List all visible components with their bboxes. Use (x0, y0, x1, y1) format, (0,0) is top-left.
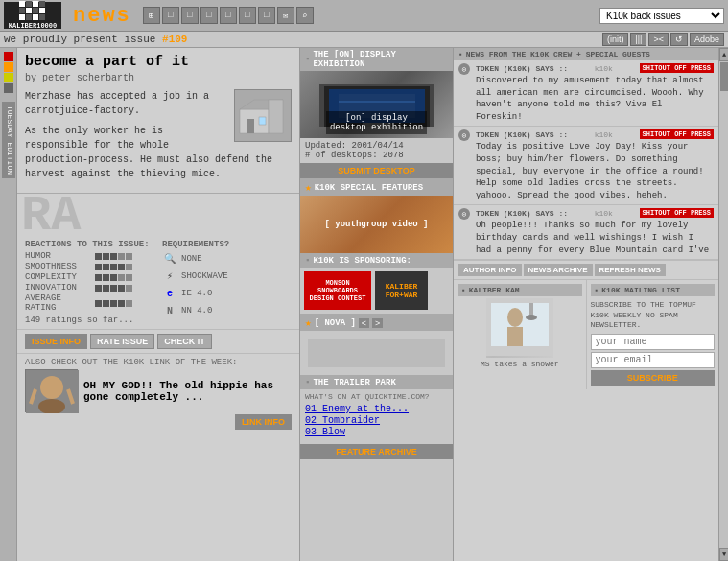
nav-search-icon[interactable]: ⌕ (296, 7, 314, 24)
nav-|||[interactable]: ||| (630, 33, 646, 46)
sponsor-section: ▪ K10K IS SPONSORING: MONSON SNOWBOARDS … (300, 254, 453, 315)
author-info-button[interactable]: AUTHOR INFO (458, 264, 522, 276)
crew-section: ▪ NEWS FROM THE K10K CREW + SPECIAL GUES… (454, 48, 718, 261)
trailer-item-2[interactable]: 02 Tombraider (305, 415, 448, 426)
bg-text: RA (21, 196, 81, 234)
main-content: TUESDAY EDITION become a part of it by p… (0, 48, 728, 561)
nav-icon-4[interactable]: □ (220, 7, 237, 24)
feature-archive-button[interactable]: FEATURE ARCHIVE (300, 444, 453, 459)
avg-bar (95, 300, 132, 307)
req-shockwave-text: SHOCKWAVE (181, 271, 228, 281)
nav-icon-3[interactable]: □ (200, 7, 218, 24)
display-info: Updated: 2001/04/14 # of desktops: 2078 (300, 138, 453, 163)
bar-cell (126, 285, 132, 292)
msg-block-3: ⊙ TOKEN (K10K) SAYS :: k10k SHITOUT OFF … (454, 205, 718, 260)
smoothness-label: SMOOTHNESS (25, 262, 92, 271)
nova-prev-btn[interactable]: < (359, 318, 369, 328)
bar-cell (110, 253, 117, 260)
sec-nav: we proudly present issue #109 (init) |||… (0, 32, 728, 48)
svg-rect-21 (507, 327, 523, 346)
nav-grid-icon[interactable]: ⊞ (143, 7, 160, 24)
svg-rect-4 (259, 117, 266, 125)
trailer-header: ▪ THE TRAILER PARK (300, 376, 453, 389)
msg-avatar-2: ⊙ (458, 129, 470, 141)
msg-row-3: ⊙ TOKEN (K10K) SAYS :: k10k SHITOUT OFF … (458, 208, 714, 256)
issue-info-button[interactable]: ISSUE INFO (25, 334, 87, 349)
msg-tag-1: SHITOUT OFF PRESS (640, 63, 714, 73)
innovation-bar (95, 285, 132, 292)
mailing-list: ▪ K10K MAILING LIST SUBSCRIBE TO THE TOP… (587, 280, 719, 389)
nova-next-btn[interactable]: > (372, 318, 383, 328)
humor-label: HUMOR (25, 251, 92, 261)
req-nn: N NN 4.0 (162, 303, 292, 318)
star-icon: ★ (305, 181, 312, 194)
complexity-row: COMPLEXITY (25, 272, 154, 282)
refresh-news-button[interactable]: REFRESH NEWS (595, 264, 666, 276)
requirements-label: REQUIREMENTS? (162, 240, 292, 249)
nav-><[interactable]: >< (648, 33, 669, 46)
msg-block-2: ⊙ TOKEN (K10K) SAYS :: k10k SHITOUT OFF … (454, 127, 718, 205)
logo-box: KALIBER10000 (4, 2, 61, 29)
link-week: ALSO CHECK OUT THE K10K LINK OF THE WEEK… (17, 353, 299, 433)
kam-caption: MS takes a shower (458, 360, 582, 368)
scroll-thumb[interactable] (720, 62, 728, 91)
top-bar: KALIBER10000 news ⊞ □ □ □ □ □ □ ✉ ⌕ K10k… (0, 0, 728, 32)
story-thumb (234, 89, 292, 142)
msg-avatar-3: ⊙ (458, 208, 470, 220)
crew-btns: AUTHOR INFO NEWS ARCHIVE REFRESH NEWS (454, 261, 718, 280)
reactions-area: REACTIONS TO THIS ISSUE: HUMOR SMOOTHNES… (17, 236, 299, 329)
special-section: ★ K10K SPECIAL FEATURES [ youthgroup vid… (300, 179, 453, 254)
scroll-down-button[interactable]: ▼ (719, 548, 728, 561)
logo-grid (19, 1, 45, 20)
kam-square-icon: ▪ (461, 286, 466, 294)
submit-desktop-button[interactable]: SUBMIT DESKTOP (300, 163, 453, 178)
name-input[interactable] (591, 334, 716, 350)
init-btn[interactable]: (init) (602, 33, 629, 46)
display-section: ▪ THE [ON] DISPLAY EXHIBITION (300, 48, 453, 179)
edition-tag: TUESDAY EDITION (2, 102, 15, 178)
logo-area: KALIBER10000 news ⊞ □ □ □ □ □ □ ✉ ⌕ (4, 2, 314, 29)
msg-text-2: Today is positive Love Joy Day! Kiss you… (476, 141, 714, 201)
trailer-item-3[interactable]: 03 Blow (305, 427, 448, 437)
nav-icon-6[interactable]: □ (258, 7, 275, 24)
link-info-button[interactable]: LINK INFO (235, 414, 292, 430)
req-none-text: NONE (181, 254, 202, 264)
sidebar-dot-yellow (4, 73, 13, 82)
nav-icon-1[interactable]: □ (162, 7, 179, 24)
reactions-label: REACTIONS TO THIS ISSUE: (25, 240, 154, 249)
story-area: become a part of it by peter scherbarth … (17, 48, 299, 194)
bar-cell (110, 274, 117, 281)
col-right: ▪ NEWS FROM THE K10K CREW + SPECIAL GUES… (454, 48, 718, 561)
sponsor-kaliber-logo: KALIBERFOR+WAR (375, 271, 428, 310)
subscribe-button[interactable]: SUBSCRIBE (591, 370, 716, 386)
kam-thumbnail (486, 300, 553, 358)
refresh-btn[interactable]: ↺ (670, 33, 688, 46)
scroll-up-button[interactable]: ▲ (719, 48, 728, 61)
nav-icon-2[interactable]: □ (181, 7, 199, 24)
scroll-track[interactable] (719, 61, 728, 548)
star-icon-2: ★ (305, 316, 312, 329)
bar-cell (126, 264, 132, 270)
rate-issue-button[interactable]: RATE ISSUE (90, 334, 154, 349)
news-archive-button[interactable]: NEWS ARCHIVE (524, 264, 593, 276)
back-issues-select[interactable]: K10k back issues (599, 8, 724, 24)
trailer-content: WHAT'S ON AT QUICKTIME.COM? 01 Enemy at … (300, 389, 453, 441)
crew-header: ▪ NEWS FROM THE K10K CREW + SPECIAL GUES… (454, 48, 718, 60)
nav-mail-icon[interactable]: ✉ (277, 7, 294, 24)
bar-cell (103, 274, 109, 281)
msg-block-1: ⊙ TOKEN (K10K) SAYS :: k10k SHITOUT OFF … (454, 60, 718, 127)
msg-row-1: ⊙ TOKEN (K10K) SAYS :: k10k SHITOUT OFF … (458, 63, 714, 123)
bar-cell (103, 300, 109, 307)
trailer-section: ▪ THE TRAILER PARK WHAT'S ON AT QUICKTIM… (300, 376, 453, 459)
mailing-list-header: ▪ K10K MAILING LIST (591, 284, 716, 296)
msg-row-2: ⊙ TOKEN (K10K) SAYS :: k10k SHITOUT OFF … (458, 129, 714, 201)
nav-icons: ⊞ □ □ □ □ □ □ ✉ ⌕ (143, 7, 314, 24)
check-it-button[interactable]: CHECK IT (157, 334, 212, 349)
email-input[interactable] (591, 352, 716, 368)
adobe-btn[interactable]: Adobe (690, 33, 724, 46)
nav-icon-5[interactable]: □ (239, 7, 256, 24)
link-week-content: OH MY GOD!! The old hippie has gone comp… (25, 369, 292, 412)
bar-cell (118, 253, 125, 260)
ie-icon: e (162, 286, 177, 301)
trailer-item-1[interactable]: 01 Enemy at the... (305, 404, 448, 414)
